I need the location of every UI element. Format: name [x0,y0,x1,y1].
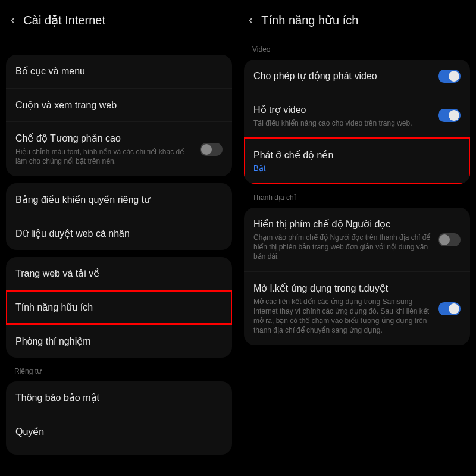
back-icon[interactable]: ‹ [11,14,15,27]
row-reader-mode[interactable]: Hiển thị phím chế độ Người đọc Chạm vào … [244,208,470,271]
row-label: Trang web và tải về [15,267,223,280]
row-labs[interactable]: Phòng thí nghiệm [6,324,232,358]
group-address-bar: Hiển thị phím chế độ Người đọc Chạm vào … [244,208,470,346]
row-privacy-dashboard[interactable]: Bảng điều khiển quyền riêng tư [6,183,232,217]
row-permissions[interactable]: Quyền [6,415,232,455]
row-label: Tính năng hữu ích [15,301,223,314]
toggle-high-contrast[interactable] [200,143,223,156]
row-security-notice[interactable]: Thông báo bảo mật [6,381,232,415]
row-sublabel: Chạm vào phím chế độ Người đọc trên than… [253,233,431,262]
row-sites-download[interactable]: Trang web và tải về [6,257,232,290]
row-label: Bố cục và menu [15,65,223,78]
row-label: Bảng điều khiển quyền riêng tư [15,193,223,206]
row-high-contrast[interactable]: Chế độ Tương phản cao Hiệu chỉnh màu fon… [6,121,232,176]
row-sublabel: Bật [253,163,461,174]
toggle-video-assist[interactable] [438,109,461,122]
row-scroll-view[interactable]: Cuộn và xem trang web [6,88,232,122]
row-label: Cuộn và xem trang web [15,99,223,112]
row-useful-features[interactable]: Tính năng hữu ích [6,290,232,324]
row-sublabel: Mở các liên kết đến các ứng dụng trong S… [253,297,431,336]
row-label: Dữ liệu duyệt web cá nhân [15,227,223,240]
page-title-right: Tính năng hữu ích [261,13,358,27]
toggle-open-links[interactable] [438,302,461,315]
row-background-play[interactable]: Phát ở chế độ nền Bật [244,138,470,184]
toggle-autoplay[interactable] [438,70,461,83]
row-autoplay[interactable]: Cho phép tự động phát video [244,60,470,93]
row-sublabel: Tải điều khiển nâng cao cho video trên t… [253,118,431,128]
right-panel: ‹ Tính năng hữu ích Video Cho phép tự độ… [238,0,476,476]
page-title-left: Cài đặt Internet [23,13,105,27]
row-label: Thông báo bảo mật [15,392,223,405]
row-label: Mở l.kết ứng dụng trong t.duyệt [253,282,431,295]
group-appearance: Bố cục và menu Cuộn và xem trang web Chế… [6,55,232,176]
row-label: Cho phép tự động phát video [253,70,431,83]
row-label: Chế độ Tương phản cao [15,132,193,145]
row-label: Quyền [15,425,223,439]
row-label: Hiển thị phím chế độ Người đọc [253,218,431,231]
row-personal-data[interactable]: Dữ liệu duyệt web cá nhân [6,217,232,250]
row-open-links[interactable]: Mở l.kết ứng dụng trong t.duyệt Mở các l… [244,271,470,345]
row-video-assist[interactable]: Hỗ trợ video Tải điều khiển nâng cao cho… [244,93,470,138]
row-label: Hỗ trợ video [253,104,431,117]
group-privacy: Bảng điều khiển quyền riêng tư Dữ liệu d… [6,183,232,250]
back-icon[interactable]: ‹ [249,14,253,27]
row-sublabel: Hiệu chỉnh màu font, hình nền và các chi… [15,147,193,166]
left-panel: ‹ Cài đặt Internet Bố cục và menu Cuộn v… [0,0,238,476]
row-label: Phòng thí nghiệm [15,335,223,348]
header-right: ‹ Tính năng hữu ích [238,0,476,39]
toggle-reader[interactable] [438,233,461,246]
group-video: Cho phép tự động phát video Hỗ trợ video… [244,60,470,184]
row-label: Phát ở chế độ nền [253,149,461,162]
section-label-video: Video [238,43,476,56]
section-label-privacy: Riêng tư [0,365,238,378]
section-label-address: Thanh địa chỉ [238,191,476,204]
group-features: Trang web và tải về Tính năng hữu ích Ph… [6,257,232,358]
header-left: ‹ Cài đặt Internet [0,0,238,39]
row-layout-menu[interactable]: Bố cục và menu [6,55,232,88]
group-privacy2: Thông báo bảo mật Quyền [6,381,232,455]
